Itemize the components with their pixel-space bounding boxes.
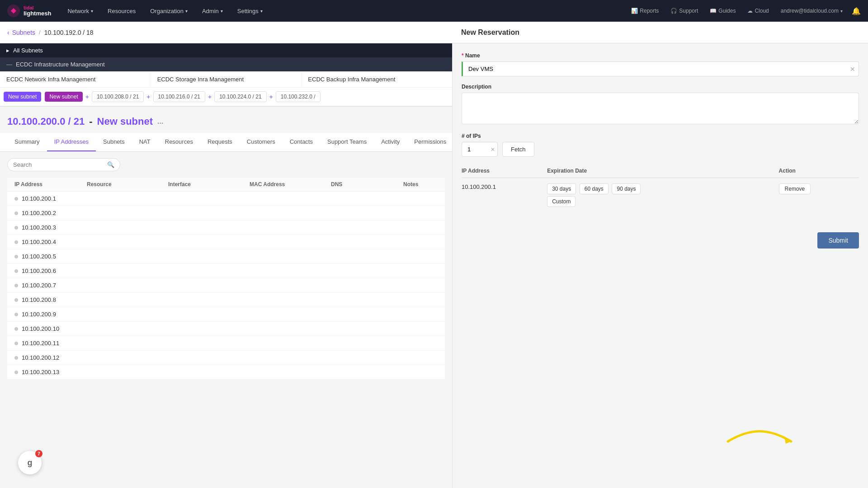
l3-chips-row: New subnet New subnet + 10.100.208.0 / 2… <box>0 88 452 106</box>
table-row[interactable]: 10.100.200.9 <box>7 307 445 322</box>
status-dot <box>14 240 18 244</box>
status-dot <box>14 313 18 316</box>
chip-subnet-2[interactable]: 10.100.224.0 / 21 <box>214 91 266 102</box>
table-row[interactable]: 10.100.200.8 <box>7 293 445 307</box>
chip-new-subnet-0[interactable]: New subnet <box>4 92 41 102</box>
30-days-button[interactable]: 30 days <box>547 183 576 194</box>
nav-reports[interactable]: 📊 Reports <box>628 6 661 16</box>
breadcrumb-subnets-link[interactable]: ‹ Subnets <box>7 29 35 36</box>
tab-contacts[interactable]: Contacts <box>283 133 320 151</box>
back-arrow-icon: ‹ <box>7 29 9 36</box>
tab-activity[interactable]: Activity <box>374 133 407 151</box>
table-row[interactable]: 10.100.200.4 <box>7 235 445 249</box>
table-row[interactable]: 10.100.200.1 <box>7 192 445 206</box>
60-days-button[interactable]: 60 days <box>580 183 609 194</box>
status-dot <box>14 255 18 258</box>
custom-days-button[interactable]: Custom <box>547 196 576 207</box>
ip-address-cell: 10.100.200.8 <box>14 296 87 303</box>
ip-address-cell: 10.100.200.12 <box>14 354 87 361</box>
ip-address-cell: 10.100.200.4 <box>14 239 87 245</box>
chart-icon: 📊 <box>631 8 638 14</box>
table-row[interactable]: 10.100.200.5 <box>7 249 445 264</box>
table-row[interactable]: 10.100.200.7 <box>7 278 445 293</box>
l1-row[interactable]: — ECDC Infrastructure Management <box>0 57 452 71</box>
submit-area: Submit <box>462 232 859 249</box>
chevron-down-icon: ▾ <box>185 9 188 14</box>
tab-ip-addresses[interactable]: IP Addresses <box>47 133 96 151</box>
table-row[interactable]: 10.100.200.2 <box>7 206 445 221</box>
l2-cell-2[interactable]: ECDC Backup Infra Management <box>302 72 452 86</box>
name-form-group: * Name ✕ <box>462 52 859 76</box>
res-col-expiration: Expiration Date <box>547 164 770 178</box>
table-row[interactable]: 10.100.200.3 <box>7 221 445 235</box>
day-buttons: 30 days 60 days 90 days <box>547 183 767 196</box>
chip-subnet-1[interactable]: 10.100.216.0 / 21 <box>153 91 205 102</box>
fetch-button[interactable]: Fetch <box>502 142 534 157</box>
nav-resources[interactable]: Resources <box>105 6 138 16</box>
nav-network[interactable]: Network ▾ <box>65 6 96 16</box>
description-textarea[interactable] <box>462 93 859 124</box>
table-row[interactable]: 10.100.200.12 <box>7 351 445 365</box>
col-mac: MAC Address <box>250 181 331 188</box>
right-panel: * Name ✕ Description # of IPs ✕ Fetch <box>452 43 868 488</box>
chip-new-subnet-1[interactable]: New subnet <box>45 92 82 102</box>
status-dot <box>14 342 18 345</box>
logo[interactable]: tidal lightmesh <box>7 5 51 17</box>
table-row[interactable]: 10.100.200.11 <box>7 336 445 351</box>
subnet-separator: - <box>89 116 92 127</box>
search-icon: 🔍 <box>107 161 114 168</box>
name-input[interactable] <box>462 61 859 76</box>
nav-organization[interactable]: Organization ▾ <box>147 6 190 16</box>
notification-bell-icon[interactable]: 🔔 <box>852 7 861 15</box>
num-input-wrap: ✕ <box>462 142 498 157</box>
more-options-icon[interactable]: ... <box>157 117 163 126</box>
floating-badge[interactable]: g 7 <box>18 451 42 474</box>
status-dot <box>14 197 18 201</box>
chip-subnet-3[interactable]: 10.100.232.0 / <box>276 91 321 102</box>
ip-address-cell: 10.100.200.2 <box>14 210 87 216</box>
nav-settings[interactable]: Settings ▾ <box>235 6 265 16</box>
all-subnets-row[interactable]: ▸ All Subnets <box>0 43 452 57</box>
chip-divider: + <box>269 93 274 100</box>
l2-cell-1[interactable]: ECDC Storage Inra Management <box>151 72 302 86</box>
tab-nat[interactable]: NAT <box>132 133 158 151</box>
tab-permissions[interactable]: Permissions <box>407 133 452 151</box>
headset-icon: 🎧 <box>670 8 677 14</box>
chip-subnet-0[interactable]: 10.100.208.0 / 21 <box>92 91 144 102</box>
tab-customers[interactable]: Customers <box>240 133 283 151</box>
status-dot <box>14 269 18 273</box>
panel-header: New Reservation <box>452 22 868 43</box>
tab-subnets[interactable]: Subnets <box>96 133 132 151</box>
custom-day-row: Custom <box>547 196 767 209</box>
name-clear-icon[interactable]: ✕ <box>850 66 855 73</box>
table-row[interactable]: 10.100.200.10 <box>7 322 445 336</box>
ip-rows-container: 10.100.200.1 10.100.200.2 10.100.200.3 <box>7 192 445 380</box>
tab-summary[interactable]: Summary <box>7 133 47 151</box>
remove-button[interactable]: Remove <box>779 183 811 194</box>
tab-resources[interactable]: Resources <box>158 133 200 151</box>
table-row[interactable]: 10.100.200.13 <box>7 365 445 380</box>
chip-divider: + <box>85 93 90 100</box>
tab-support-teams[interactable]: Support Teams <box>320 133 374 151</box>
status-dot <box>14 356 18 360</box>
90-days-button[interactable]: 90 days <box>612 183 641 194</box>
ip-address-cell: 10.100.200.9 <box>14 311 87 318</box>
search-input[interactable] <box>13 161 104 168</box>
nav-guides[interactable]: 📖 Guides <box>707 6 738 16</box>
name-input-wrap: ✕ <box>462 61 859 76</box>
reservation-table: IP Address Expiration Date Action 10.100… <box>462 164 859 214</box>
num-clear-icon[interactable]: ✕ <box>491 146 495 153</box>
num-ips-label: # of IPs <box>462 133 859 139</box>
nav-user-menu[interactable]: andrew@tidalcloud.com ▾ <box>778 6 845 16</box>
search-box: 🔍 <box>7 158 120 171</box>
submit-button[interactable]: Submit <box>817 232 859 249</box>
l2-cell-0[interactable]: ECDC Network Infra Management <box>0 72 151 86</box>
nav-support[interactable]: 🎧 Support <box>668 6 701 16</box>
table-row[interactable]: 10.100.200.6 <box>7 264 445 278</box>
ip-address-cell: 10.100.200.7 <box>14 282 87 289</box>
nav-cloud[interactable]: ☁ Cloud <box>745 6 771 16</box>
nav-admin[interactable]: Admin ▾ <box>199 6 226 16</box>
chip-divider: + <box>207 93 212 100</box>
tab-requests[interactable]: Requests <box>200 133 240 151</box>
logo-line2: lightmesh <box>24 10 51 17</box>
